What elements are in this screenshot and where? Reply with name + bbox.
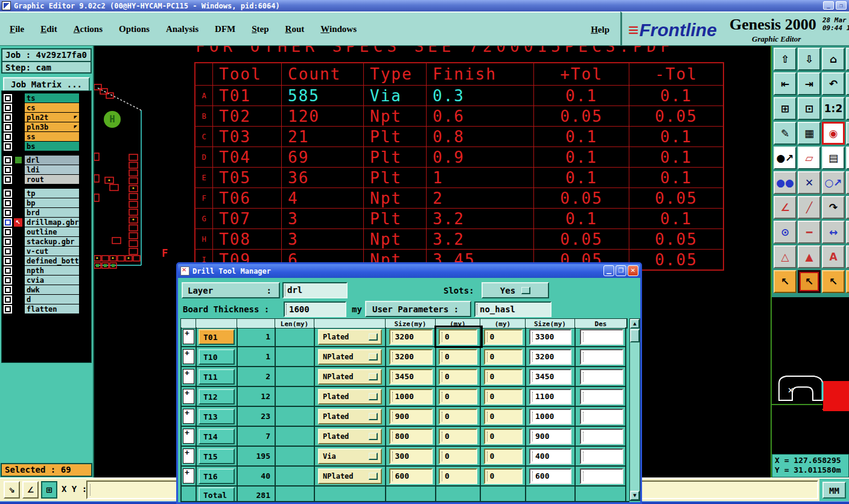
drill-size-input[interactable]: 300 — [389, 449, 433, 464]
designator-input[interactable] — [580, 369, 623, 385]
menu-item[interactable]: Step — [252, 24, 269, 34]
layer-checkbox[interactable] — [4, 113, 12, 122]
minus-tol-input[interactable]: 0 — [484, 349, 523, 365]
measure-ruler-button[interactable]: ▤ — [822, 146, 845, 169]
layer-checkbox[interactable] — [4, 94, 12, 102]
layer-label[interactable]: outline — [25, 227, 79, 236]
angle-snap-button[interactable]: ∠ — [22, 481, 39, 499]
maximize-button[interactable]: ❐ — [836, 1, 847, 10]
toolbar-button-clipped[interactable] — [846, 122, 849, 145]
plus-tol-input[interactable]: 0 — [439, 389, 477, 405]
layer-label[interactable]: d — [25, 295, 79, 304]
angle-tool-button[interactable]: ∠ — [774, 196, 797, 219]
center-view-button[interactable]: ⊡ — [798, 97, 821, 120]
add-tool-icon[interactable] — [183, 449, 194, 464]
layer-row[interactable]: ↖ brd — [2, 208, 91, 218]
menu-item[interactable]: Analysis — [166, 24, 199, 34]
toolbar-button-clipped[interactable] — [846, 270, 849, 293]
layer-label[interactable]: pln3b — [25, 122, 79, 131]
slope-tool-button[interactable]: ╱ — [798, 196, 821, 219]
connect-nodes-button[interactable]: ●● — [774, 171, 797, 194]
layer-row[interactable]: ↖ ldi — [2, 165, 91, 175]
layer-row[interactable]: ↖ drl — [2, 156, 91, 165]
layer-label[interactable]: pln2t — [25, 113, 79, 122]
finish-size-input[interactable]: 3300 — [529, 329, 571, 345]
layer-checkbox[interactable] — [4, 175, 12, 184]
job-matrix-button[interactable]: Job Matrix ... — [3, 77, 90, 92]
designator-input[interactable] — [580, 349, 623, 365]
minus-tol-input[interactable]: 0 — [484, 468, 523, 484]
slots-dropdown[interactable]: Yes — [482, 282, 549, 298]
netlist-button[interactable]: ◉ — [822, 122, 845, 145]
plus-tol-input[interactable]: 0 — [439, 429, 477, 444]
transform-shape-button[interactable]: ▱ — [798, 146, 821, 169]
finish-size-input[interactable]: 1000 — [529, 409, 571, 424]
layer-checkbox[interactable] — [4, 199, 12, 207]
resize-tool-button[interactable]: ⇘ — [4, 481, 20, 499]
dialog-titlebar[interactable]: Drill Tool Manager ▁ ❐ ✕ — [178, 264, 640, 278]
toolbar-button-clipped[interactable] — [846, 97, 849, 120]
layer-row[interactable]: ↖ outline — [2, 227, 91, 237]
tool-name-button[interactable]: T14 — [199, 429, 235, 444]
minimize-button[interactable]: _ — [823, 1, 834, 10]
tool-type-dropdown[interactable]: NPlated — [318, 349, 382, 365]
draw-tools-button[interactable]: ✎ — [774, 122, 797, 145]
designator-input[interactable] — [580, 449, 623, 464]
pan-left-button[interactable]: ⇤ — [774, 72, 797, 95]
add-tool-icon[interactable] — [183, 468, 194, 484]
layer-checkbox[interactable] — [4, 156, 12, 165]
layer-row[interactable]: ↖ rout — [2, 175, 91, 184]
menu-item[interactable]: Options — [119, 24, 150, 34]
undo-view-button[interactable]: ↶ — [822, 72, 845, 95]
layer-checkbox[interactable] — [4, 247, 12, 256]
triangle-tool-button[interactable]: △ — [774, 245, 797, 268]
drill-size-input[interactable]: 800 — [389, 429, 433, 444]
layer-checkbox[interactable] — [4, 257, 12, 265]
layer-checkbox[interactable] — [4, 238, 12, 246]
layer-label[interactable]: dwk — [25, 285, 79, 294]
layer-label[interactable]: brd — [25, 208, 79, 217]
grid-button[interactable]: ▦ — [798, 122, 821, 145]
select-feature-button[interactable]: ●↗ — [774, 146, 797, 169]
layer-row[interactable]: ↖ stackup.gbr — [2, 237, 91, 247]
layer-checkbox[interactable] — [4, 104, 12, 112]
cursor-default-button[interactable]: ↖ — [774, 270, 797, 293]
user-parameters-input[interactable]: no_hasl — [474, 301, 552, 317]
tool-type-dropdown[interactable]: Plated — [318, 389, 382, 405]
toolbar-button-clipped[interactable] — [846, 146, 849, 169]
layer-row[interactable]: ↖ drillmap.gbr — [2, 218, 91, 227]
minus-tol-input[interactable]: 0 — [484, 409, 523, 424]
layer-label[interactable]: ts — [25, 93, 79, 102]
layer-row[interactable]: ↖ cs — [2, 103, 91, 113]
layer-checkbox[interactable] — [4, 266, 12, 275]
plus-tol-input[interactable]: 0 — [439, 449, 477, 464]
layer-label[interactable]: v-cut — [25, 247, 79, 256]
horizontal-scrollbar[interactable]: ◄ ► — [180, 501, 629, 504]
text-tool-button[interactable]: A — [822, 245, 845, 268]
add-tool-icon[interactable] — [183, 429, 194, 444]
designator-input[interactable] — [580, 329, 623, 345]
zoom-ratio-button[interactable]: 1:2 — [822, 97, 845, 120]
add-tool-icon[interactable] — [183, 349, 194, 364]
minus-tol-input[interactable]: 0 — [484, 429, 523, 444]
dialog-maximize-button[interactable]: ❐ — [615, 265, 626, 276]
designator-input[interactable] — [580, 429, 623, 444]
layer-label[interactable]: ss — [25, 132, 79, 141]
layer-row[interactable]: ↖ npth — [2, 266, 91, 276]
minus-tol-input[interactable]: 0 — [484, 449, 523, 464]
add-tool-icon[interactable] — [183, 409, 194, 424]
finish-size-input[interactable]: 600 — [529, 468, 571, 484]
tool-type-dropdown[interactable]: Plated — [318, 409, 382, 424]
layer-checkbox[interactable] — [4, 209, 12, 217]
plus-tol-input[interactable]: 0 — [439, 468, 477, 484]
tool-type-dropdown[interactable]: Plated — [318, 329, 382, 345]
toolbar-button-clipped[interactable] — [846, 48, 849, 71]
dialog-minimize-button[interactable]: ▁ — [603, 265, 614, 276]
layer-label[interactable]: defined_bott — [25, 256, 79, 265]
layer-row[interactable]: ↖ dwk — [2, 285, 91, 295]
drill-size-input[interactable]: 3200 — [389, 329, 433, 345]
layer-row[interactable]: ↖ cvia — [2, 276, 91, 285]
designator-input[interactable] — [580, 409, 623, 424]
toolbar-button-clipped[interactable] — [846, 171, 849, 194]
line-segment-button[interactable]: ━ — [798, 221, 821, 244]
